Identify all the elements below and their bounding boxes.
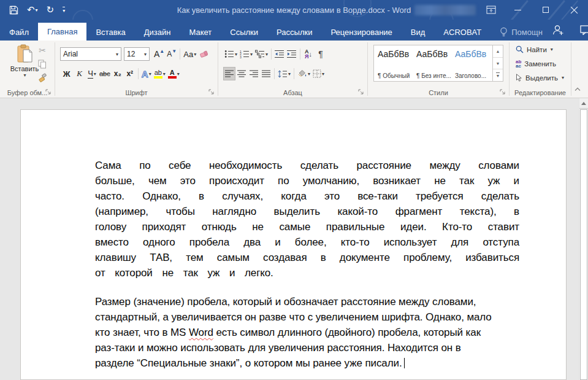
paragraph-dialog-launcher[interactable] [358, 89, 365, 96]
style-name: ¶ Без инте... [416, 72, 449, 79]
styles-scroll-down-button[interactable]: ▼ [493, 58, 503, 70]
font-size-combobox[interactable]: 12 ▾ [124, 47, 150, 61]
tab-view[interactable]: Вид [402, 23, 435, 41]
italic-button[interactable]: К [73, 67, 86, 80]
increase-indent-icon [287, 50, 297, 58]
format-painter-icon[interactable] [38, 73, 47, 82]
style-normal[interactable]: АаБбВв ¶ Обычный [374, 45, 413, 81]
bold-button[interactable]: Ж [60, 67, 73, 80]
paste-dropdown-icon[interactable]: ▾ [23, 72, 26, 78]
tab-mailings[interactable]: Рассылки [267, 23, 321, 41]
clipboard-dialog-launcher[interactable] [45, 89, 52, 96]
ribbon-tab-bar: Файл Главная Вставка Дизайн Макет Ссылки… [0, 20, 588, 41]
superscript-button[interactable]: x² [124, 67, 136, 80]
text-effects-icon: А [142, 69, 148, 79]
numbering-button[interactable]: 123 ▾ [239, 47, 254, 61]
decrease-indent-button[interactable] [273, 47, 286, 61]
tell-me-assistant[interactable]: Помощн [491, 23, 552, 41]
scrollbar-up-button[interactable] [579, 98, 588, 109]
text-line: стандартный, а увеличивается он разве чт… [95, 309, 519, 325]
vertical-scrollbar[interactable] [579, 98, 588, 380]
replace-button[interactable]: ab ac Заменить [516, 60, 556, 68]
change-case-button[interactable]: Аа▾ [182, 47, 197, 61]
text-effects-button[interactable]: А▾ [140, 67, 153, 80]
find-label: Найти [527, 46, 547, 53]
redo-icon: ↻ [47, 4, 55, 15]
undo-dropdown-icon[interactable]: ▾ [36, 7, 38, 13]
style-no-spacing[interactable]: АаБбВв ¶ Без инте... [413, 45, 451, 81]
paste-clipboard-icon [16, 44, 33, 65]
sort-button[interactable]: АЯ ↓ [302, 47, 315, 61]
close-button[interactable] [560, 0, 588, 20]
text-cursor [404, 358, 405, 368]
scrollbar-thumb[interactable] [580, 109, 587, 380]
multilevel-list-icon [255, 50, 265, 58]
align-center-button[interactable] [235, 67, 248, 80]
styles-more-button[interactable]: ▼ [493, 69, 503, 81]
grow-font-button[interactable]: А▲ [153, 47, 166, 61]
clear-formatting-eraser-icon [199, 50, 208, 58]
show-formatting-marks-button[interactable]: ¶ [315, 47, 327, 61]
numbering-dropdown-icon: ▾ [250, 52, 253, 57]
underline-button[interactable]: Ч▾ [86, 67, 98, 80]
shrink-font-button[interactable]: А▼ [166, 47, 178, 61]
title-bar: ↶▾ ↻ ▾ Как увеличить расстояние между сл… [0, 0, 588, 20]
save-icon[interactable] [6, 2, 21, 18]
assistant-label: Помощн [511, 28, 543, 37]
subscript-button[interactable]: x₂ [112, 67, 124, 80]
tab-layout[interactable]: Макет [180, 23, 221, 41]
line-spacing-button[interactable]: ▾ [277, 67, 292, 80]
ribbon-display-options-button[interactable] [479, 0, 503, 20]
find-search-icon [516, 45, 524, 53]
tab-review[interactable]: Рецензирование [321, 23, 401, 41]
document-page[interactable]: Сама по себе необходимость сделать расст… [20, 109, 567, 380]
multilevel-list-button[interactable]: ▾ [254, 47, 269, 61]
tab-design[interactable]: Дизайн [135, 23, 180, 41]
text-highlight-button[interactable]: ab ▾ [153, 67, 167, 80]
align-right-button[interactable] [248, 67, 260, 80]
tab-file[interactable]: Файл [0, 23, 38, 41]
font-dialog-launcher[interactable] [208, 89, 215, 96]
cut-icon[interactable]: ✂ [39, 45, 46, 55]
undo-button[interactable]: ↶▾ [24, 2, 41, 18]
copy-icon[interactable] [38, 60, 47, 69]
text-effects-dropdown-icon: ▾ [149, 71, 151, 77]
strikethrough-button[interactable]: abc [98, 67, 112, 80]
text-line: разделе “Специальные знаки”, о котором м… [95, 355, 519, 371]
comments-icon[interactable] [580, 25, 588, 35]
document-area: Сама по себе необходимость сделать расст… [0, 98, 579, 380]
grow-font-icon: А [154, 49, 159, 59]
tab-references[interactable]: Ссылки [221, 23, 267, 41]
redo-button[interactable]: ↻ [44, 2, 58, 18]
mini-separator [294, 68, 294, 79]
tab-home[interactable]: Главная [38, 23, 86, 41]
text-line: часто. Однако, в случаях, когда это все-… [95, 188, 519, 204]
style-heading1[interactable]: АаБбВв Заголово... [451, 45, 490, 81]
ribbon-home: Вставить ▾ ✂ Буфер обм... [0, 41, 588, 98]
paste-button[interactable]: Вставить ▾ [7, 44, 42, 88]
find-button[interactable]: Найти ▾ [516, 45, 553, 53]
bullets-button[interactable]: ▾ [223, 47, 239, 61]
maximize-button[interactable] [532, 0, 560, 20]
replace-icon: ab ac [516, 60, 521, 68]
collapse-ribbon-button[interactable] [572, 84, 583, 94]
styles-dialog-launcher[interactable] [500, 89, 506, 96]
increase-indent-button[interactable] [286, 47, 298, 61]
customize-quick-access-button[interactable]: ▾ [59, 2, 68, 18]
font-color-button[interactable]: А ▾ [167, 67, 181, 80]
shading-button[interactable]: ▾ [296, 67, 311, 80]
align-left-button[interactable] [223, 67, 235, 80]
mini-separator [300, 48, 300, 60]
select-button[interactable]: Выделить ▾ [516, 74, 564, 82]
styles-scroll-up-button[interactable]: ▲ [493, 45, 503, 58]
document-text[interactable]: Сама по себе необходимость сделать расст… [95, 158, 519, 371]
numbering-icon: 123 [240, 50, 250, 58]
tab-acrobat[interactable]: ACROBAT [434, 23, 491, 41]
clear-formatting-button[interactable] [197, 47, 210, 61]
tab-insert[interactable]: Вставка [86, 23, 134, 41]
justify-button[interactable] [260, 67, 272, 80]
share-person-icon[interactable] [552, 25, 564, 36]
font-name-combobox[interactable]: Arial ▾ [60, 47, 121, 61]
borders-button[interactable]: ▾ [311, 67, 326, 80]
minimize-button[interactable] [503, 0, 532, 20]
